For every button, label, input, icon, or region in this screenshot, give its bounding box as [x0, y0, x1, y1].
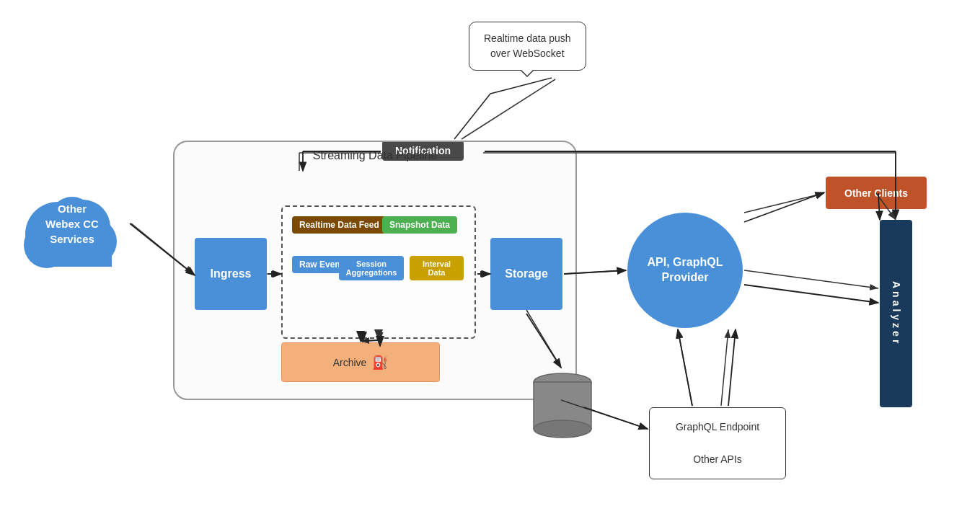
analyzer-box: Analyzer: [880, 220, 912, 407]
svg-point-8: [534, 420, 591, 438]
cloud-group: Other Webex CC Services: [14, 166, 130, 281]
svg-rect-5: [40, 238, 112, 267]
speech-bubble-line2: over WebSocket: [490, 48, 564, 59]
svg-line-49: [728, 329, 736, 406]
svg-line-29: [721, 329, 728, 406]
svg-line-52: [454, 94, 490, 139]
svg-line-47: [744, 285, 878, 303]
realtime-data-feed-box: Realtime Data Feed: [292, 216, 387, 234]
database-cylinder: [526, 368, 599, 442]
speech-bubble-line1: Realtime data push: [484, 32, 571, 44]
api-graphql-provider-box: API, GraphQL Provider: [627, 213, 743, 328]
pipeline-label: Streaming Data Pipeline: [313, 149, 438, 162]
graphql-endpoint-box: GraphQL Endpoint Other APIs: [649, 407, 786, 479]
archive-box: Archive ⛽: [281, 342, 440, 382]
diagram-container: Realtime data push over WebSocket Notifi…: [0, 0, 980, 519]
speech-bubble: Realtime data push over WebSocket: [469, 22, 586, 71]
session-aggregations-box: Session Aggregations: [339, 256, 404, 280]
graphql-endpoint-line1: GraphQL Endpoint: [676, 419, 759, 435]
svg-line-25: [744, 193, 824, 213]
svg-line-48: [678, 329, 692, 406]
cloud-svg: [14, 166, 130, 281]
graphql-endpoint-line2: Other APIs: [676, 451, 759, 467]
other-clients-box: Other Clients: [826, 177, 927, 209]
archive-icon: ⛽: [372, 355, 388, 371]
snapshot-data-box: Snapshot Data: [382, 216, 457, 234]
svg-line-26: [744, 270, 878, 288]
svg-line-24: [462, 79, 555, 139]
svg-point-4: [49, 197, 95, 243]
svg-line-45: [744, 192, 824, 222]
interval-data-box: Interval Data: [410, 256, 464, 280]
storage-box: Storage: [490, 238, 562, 310]
svg-line-28: [678, 329, 692, 406]
ingress-box: Ingress: [195, 238, 267, 310]
